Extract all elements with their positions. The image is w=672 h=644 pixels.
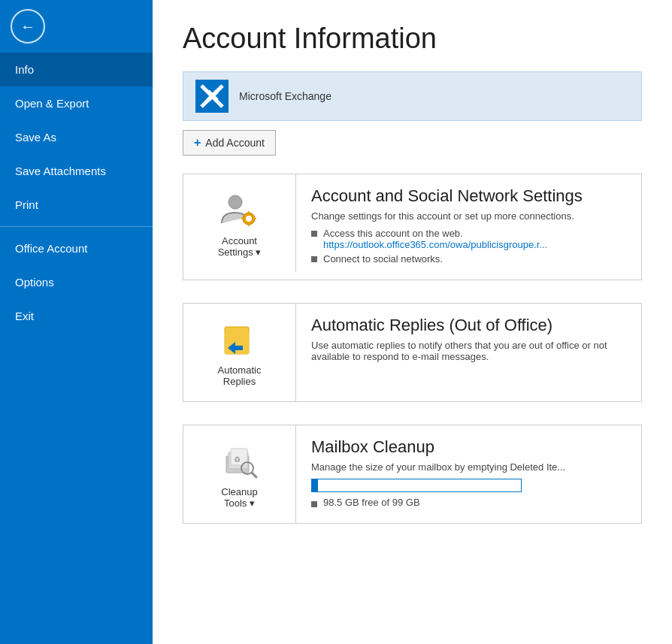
account-settings-section: Account Settings ▾ Account and Social Ne…: [183, 174, 642, 280]
account-bar[interactable]: ✖ Microsoft Exchange: [183, 71, 642, 121]
cleanup-tools-icon: ♻: [219, 440, 261, 482]
automatic-replies-section: Automatic Replies Automatic Replies (Out…: [183, 303, 642, 402]
sidebar-item-save-as[interactable]: Save As: [0, 120, 153, 154]
sidebar-item-exit[interactable]: Exit: [0, 299, 153, 333]
sidebar-nav: Info Open & Export Save As Save Attachme…: [0, 53, 153, 333]
svg-rect-7: [248, 211, 250, 214]
sidebar-item-info[interactable]: Info: [0, 53, 153, 86]
automatic-replies-title: Automatic Replies (Out of Office): [311, 316, 626, 335]
automatic-replies-icon: [219, 318, 261, 360]
mailbox-cleanup-content: Mailbox Cleanup Manage the size of your …: [296, 425, 641, 520]
svg-rect-12: [225, 333, 249, 354]
svg-rect-10: [253, 218, 256, 219]
account-settings-label: Account Settings ▾: [218, 235, 262, 258]
bullet-icon: [311, 501, 317, 507]
automatic-replies-label: Automatic Replies: [218, 364, 262, 387]
sidebar-item-options[interactable]: Options: [0, 265, 153, 299]
account-bar-label: Microsoft Exchange: [239, 90, 331, 102]
list-item: Access this account on the web. https://…: [311, 228, 626, 250]
storage-progress-fill: [312, 479, 318, 491]
svg-rect-8: [248, 223, 250, 226]
bullet-icon: [311, 231, 317, 237]
owa-link[interactable]: https://outlook.office365.com/owa/public…: [323, 239, 547, 250]
cleanup-tools-button[interactable]: ♻ Cleanup Tools ▾: [183, 425, 296, 523]
mailbox-cleanup-desc: Manage the size of your mailbox by empty…: [311, 461, 626, 473]
svg-point-4: [229, 195, 242, 209]
back-arrow-icon: ←: [20, 18, 35, 35]
list-item: Connect to social networks.: [311, 253, 626, 265]
main-content: Account Information ✖ Microsoft Exchange…: [153, 0, 672, 644]
automatic-replies-button[interactable]: Automatic Replies: [183, 304, 296, 401]
mailbox-cleanup-title: Mailbox Cleanup: [311, 437, 626, 457]
mailbox-cleanup-section: ♻ Cleanup Tools ▾ Mailbox Cleanup Manage…: [183, 425, 642, 524]
sidebar-item-save-attachments[interactable]: Save Attachments: [0, 154, 153, 188]
sidebar-divider: [0, 226, 153, 227]
svg-line-17: [252, 473, 256, 477]
page-title: Account Information: [183, 23, 642, 55]
account-settings-icon: [219, 189, 261, 231]
storage-progress-bar: [311, 479, 522, 492]
svg-text:♻: ♻: [234, 455, 241, 464]
account-settings-desc: Change settings for this account or set …: [311, 210, 626, 222]
cleanup-tools-label: Cleanup Tools ▾: [221, 486, 257, 509]
add-account-label: Add Account: [205, 137, 265, 149]
account-settings-list: Access this account on the web. https://…: [311, 228, 626, 265]
account-settings-content: Account and Social Network Settings Chan…: [296, 174, 641, 280]
exchange-icon: ✖: [195, 80, 229, 113]
account-settings-button[interactable]: Account Settings ▾: [183, 174, 296, 272]
automatic-replies-desc: Use automatic replies to notify others t…: [311, 340, 626, 362]
automatic-replies-content: Automatic Replies (Out of Office) Use au…: [296, 304, 641, 380]
account-settings-title: Account and Social Network Settings: [311, 186, 626, 206]
svg-point-6: [246, 216, 252, 222]
svg-rect-9: [241, 218, 244, 219]
storage-text: 98.5 GB free of 99 GB: [311, 497, 626, 508]
sidebar-item-office-account[interactable]: Office Account: [0, 231, 153, 265]
bullet-icon: [311, 256, 317, 262]
plus-icon: +: [194, 136, 201, 150]
sidebar-item-print[interactable]: Print: [0, 188, 153, 222]
sidebar: ← Info Open & Export Save As Save Attach…: [0, 0, 153, 644]
sidebar-item-open-export[interactable]: Open & Export: [0, 86, 153, 120]
add-account-button[interactable]: + Add Account: [183, 130, 276, 156]
back-button[interactable]: ←: [11, 9, 45, 44]
